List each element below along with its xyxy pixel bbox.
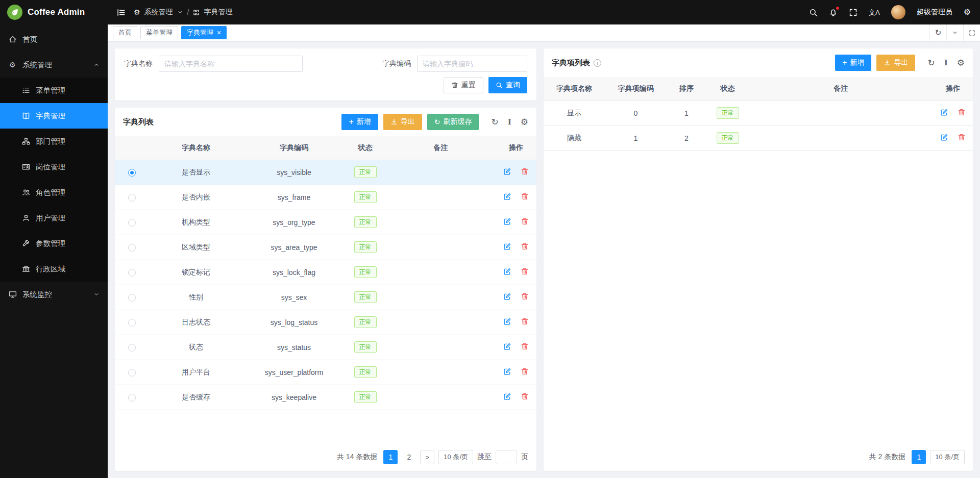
edit-icon[interactable] [503,292,511,300]
delete-icon[interactable] [521,292,529,300]
sidebar-group-system-monitor[interactable]: 系统监控 [0,282,108,307]
app-logo[interactable]: Coffee Admin [0,0,108,24]
row-radio[interactable] [128,294,136,301]
row-radio[interactable] [128,219,136,227]
page-size-select[interactable]: 10 条/页 [930,450,965,464]
dict-name-input[interactable] [159,56,303,72]
edit-icon[interactable] [503,217,511,225]
row-radio[interactable] [128,319,136,326]
breadcrumb-item-dict[interactable]: 字典管理 [204,8,232,17]
notification-bell-icon[interactable] [829,8,838,17]
delete-icon[interactable] [521,192,529,200]
table-density-icon[interactable]: I [508,117,511,127]
edit-icon[interactable] [503,367,511,375]
delete-icon[interactable] [521,392,529,400]
row-radio[interactable] [128,269,136,276]
delete-icon[interactable] [521,367,529,375]
column-settings-gear-icon[interactable]: ⚙ [521,118,528,127]
table-row[interactable]: 区域类型 sys_area_type 正常 [115,235,536,260]
page-button-1[interactable]: 1 [912,450,926,464]
edit-icon[interactable] [503,342,511,350]
tab-actions-chevron-icon[interactable] [946,24,963,41]
refresh-table-icon[interactable]: ↻ [927,58,935,68]
delete-icon[interactable] [521,267,529,275]
table-row[interactable]: 是否显示 sys_visible 正常 [115,160,536,185]
table-row[interactable]: 是否内嵌 sys_frame 正常 [115,185,536,210]
sidebar-group-system-management[interactable]: ⚙ 系统管理 [0,52,108,78]
sidebar-item-post-management[interactable]: 岗位管理 [0,154,108,180]
row-radio[interactable] [128,194,136,202]
delete-icon[interactable] [521,242,529,250]
next-page-button[interactable]: > [420,450,434,464]
sidebar-item-menu-management[interactable]: 菜单管理 [0,78,108,103]
add-dict-item-button[interactable]: + 新增 [835,55,871,71]
row-radio[interactable] [128,394,136,401]
row-radio[interactable] [128,369,136,376]
sidebar-item-param-management[interactable]: 参数管理 [0,231,108,256]
page-button-2[interactable]: 2 [402,450,416,464]
remark-cell [386,160,496,185]
table-row[interactable]: 锁定标记 sys_lock_flag 正常 [115,260,536,285]
table-row[interactable]: 隐藏 1 2 正常 [544,125,973,150]
breadcrumb-item-system[interactable]: 系统管理 [144,8,173,17]
sidebar-item-dept-management[interactable]: 部门管理 [0,129,108,154]
sidebar-item-role-management[interactable]: 角色管理 [0,180,108,205]
table-row[interactable]: 显示 0 1 正常 [544,100,973,125]
reset-button[interactable]: 重置 [444,77,483,93]
fullscreen-icon[interactable] [849,8,857,17]
table-row[interactable]: 状态 sys_status 正常 [115,335,536,360]
info-icon[interactable]: i [594,59,601,67]
current-user-name[interactable]: 超级管理员 [917,8,952,17]
sidebar-item-region-management[interactable]: 行政区域 [0,256,108,282]
row-radio[interactable] [128,244,136,251]
edit-icon[interactable] [503,242,511,250]
close-icon[interactable]: × [217,29,221,36]
dict-code-input[interactable] [417,56,527,72]
delete-icon[interactable] [521,167,529,175]
table-row[interactable]: 是否缓存 sys_keepalive 正常 [115,385,536,410]
page-button-1[interactable]: 1 [383,450,398,464]
delete-icon[interactable] [521,317,529,325]
menu-fold-icon[interactable] [117,8,126,17]
column-settings-gear-icon[interactable]: ⚙ [957,59,965,67]
table-density-icon[interactable]: I [944,58,948,67]
add-dict-button[interactable]: + 新增 [341,114,378,130]
tab-home[interactable]: 首页 [113,26,137,39]
export-dict-button[interactable]: 导出 [383,114,422,130]
table-row[interactable]: 日志状态 sys_log_status 正常 [115,310,536,335]
refresh-cache-button[interactable]: ↻ 刷新缓存 [427,114,479,130]
settings-gear-icon[interactable]: ⚙ [964,8,971,16]
jump-page-input[interactable] [496,450,517,464]
row-radio-checked[interactable] [128,169,136,177]
search-icon[interactable] [809,8,818,17]
row-radio[interactable] [128,344,136,351]
translate-icon[interactable]: 文A [869,9,880,16]
tab-menu-management[interactable]: 菜单管理 [140,26,178,39]
refresh-tab-icon[interactable]: ↻ [929,24,946,41]
table-row[interactable]: 性别 sys_sex 正常 [115,285,536,310]
delete-icon[interactable] [521,217,529,225]
export-dict-items-button[interactable]: 导出 [876,55,915,71]
sidebar-item-user-management[interactable]: 用户管理 [0,205,108,231]
edit-icon[interactable] [503,392,511,400]
edit-icon[interactable] [503,167,511,175]
dict-code-cell: sys_visible [243,160,345,185]
edit-icon[interactable] [503,317,511,325]
avatar[interactable] [891,5,905,19]
delete-icon[interactable] [521,342,529,350]
tab-dict-management[interactable]: 字典管理 × [181,26,227,39]
sidebar-item-home[interactable]: 首页 [0,27,108,52]
edit-icon[interactable] [940,133,948,141]
edit-icon[interactable] [503,267,511,275]
page-size-select[interactable]: 10 条/页 [438,450,473,464]
table-row[interactable]: 机构类型 sys_org_type 正常 [115,210,536,235]
refresh-table-icon[interactable]: ↻ [491,117,498,128]
query-button[interactable]: 查询 [488,77,527,93]
delete-icon[interactable] [958,133,966,141]
delete-icon[interactable] [958,108,966,116]
table-row[interactable]: 用户平台 sys_user_platform 正常 [115,360,536,385]
sidebar-item-dict-management[interactable]: 字典管理 [0,103,108,129]
edit-icon[interactable] [940,108,948,116]
maximize-pane-icon[interactable] [963,24,980,41]
edit-icon[interactable] [503,192,511,200]
